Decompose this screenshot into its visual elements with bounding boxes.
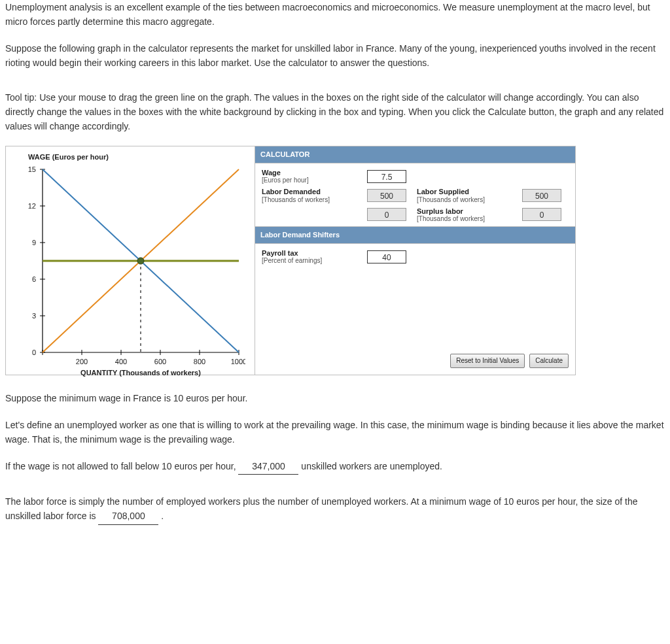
svg-text:600: 600 <box>154 358 166 365</box>
calculate-button[interactable]: Calculate <box>529 354 569 368</box>
svg-text:15: 15 <box>28 165 36 173</box>
equilibrium-point[interactable] <box>137 258 144 264</box>
question-unemployed: If the wage is not allowed to fall below… <box>5 459 665 475</box>
svg-text:200: 200 <box>76 358 88 365</box>
labor-demanded-value: 500 <box>367 189 406 202</box>
wage-label: Wage [Euros per hour] <box>262 169 363 184</box>
graph-panel: WAGE (Euros per hour) 0 3 <box>6 146 255 375</box>
svg-text:400: 400 <box>115 358 127 365</box>
tooltip-paragraph: Tool tip: Use your mouse to drag the gre… <box>5 90 665 134</box>
calculator-panel: CALCULATOR Wage [Euros per hour] 7.5 Lab… <box>255 146 575 375</box>
supply-demand-chart[interactable]: 0 3 6 9 12 15 200 4 <box>10 163 245 372</box>
surplus-labor-label: Surplus labor [Thousands of workers] <box>417 207 518 222</box>
svg-text:12: 12 <box>28 202 36 210</box>
payroll-tax-input[interactable]: 40 <box>367 250 406 263</box>
wage-input[interactable]: 7.5 <box>367 170 406 183</box>
reset-button[interactable]: Reset to Initial Values <box>450 354 525 368</box>
shifter-header: Labor Demand Shifters <box>255 226 575 245</box>
payroll-tax-label: Payroll tax [Percent of earnings] <box>262 249 363 264</box>
labor-supplied-value: 500 <box>522 189 561 202</box>
intro-paragraph-1: Unemployment analysis is an excellent ex… <box>5 0 665 29</box>
calculator-header: CALCULATOR <box>255 146 575 164</box>
answer-laborforce[interactable]: 708,000 <box>98 509 158 524</box>
svg-text:QUANTITY (Thousands of workers: QUANTITY (Thousands of workers) <box>80 369 201 377</box>
svg-text:3: 3 <box>32 312 36 320</box>
intro-paragraph-2: Suppose the following graph in the calcu… <box>5 41 665 71</box>
minwage-paragraph: Suppose the minimum wage in France is 10… <box>5 391 665 405</box>
surplus-labor-value: 0 <box>522 208 561 221</box>
answer-unemployed[interactable]: 347,000 <box>238 459 298 475</box>
svg-text:1000: 1000 <box>231 358 245 365</box>
svg-text:0: 0 <box>32 348 36 356</box>
question-laborforce: The labor force is simply the number of … <box>5 494 665 525</box>
graph-y-axis-label: WAGE (Euros per hour) <box>10 149 252 163</box>
labor-supplied-label: Labor Supplied [Thousands of workers] <box>417 188 518 203</box>
definition-paragraph: Let's define an unemployed worker as one… <box>5 418 665 447</box>
svg-text:800: 800 <box>194 358 205 365</box>
svg-text:9: 9 <box>32 239 36 246</box>
labor-demanded-label: Labor Demanded [Thousands of workers] <box>262 188 363 203</box>
gap-value: 0 <box>367 208 406 221</box>
svg-text:6: 6 <box>32 275 36 283</box>
calculator-tool: WAGE (Euros per hour) 0 3 <box>5 146 576 376</box>
